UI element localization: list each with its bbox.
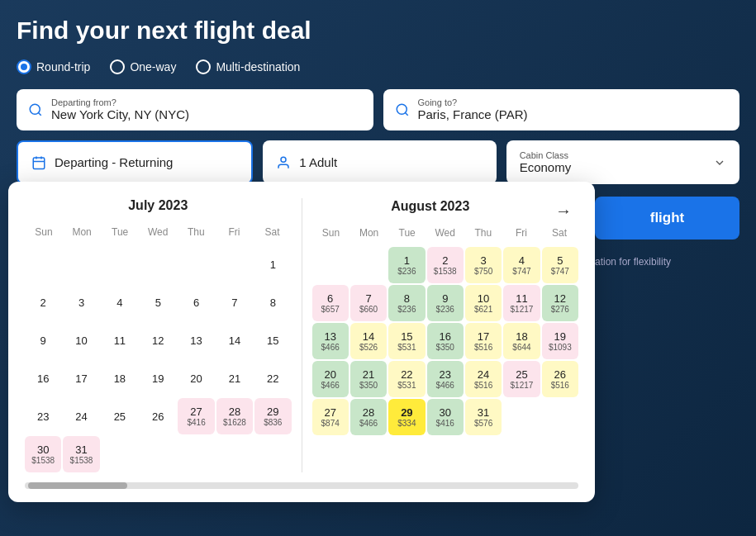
calendar-scrollbar[interactable] [25, 482, 578, 489]
left-day-26[interactable]: 26 [140, 398, 176, 434]
cabin-class-box[interactable]: Cabin Class Economy [506, 140, 739, 184]
right-day-28[interactable]: 28$466 [350, 399, 387, 435]
left-day-13[interactable]: 13 [178, 322, 214, 358]
left-day-12[interactable]: 12 [140, 322, 176, 358]
empty-cell-r [312, 247, 349, 283]
next-month-button[interactable]: → [549, 198, 578, 224]
right-day-8[interactable]: 8$236 [388, 285, 425, 321]
day-header-wed-l: Wed [139, 223, 177, 241]
right-day-16[interactable]: 16$350 [427, 323, 464, 359]
left-day-7[interactable]: 7 [216, 284, 253, 320]
left-month-title: July 2023 [25, 198, 292, 213]
empty-cell-r [350, 247, 387, 283]
left-day-14[interactable]: 14 [216, 322, 253, 358]
right-day-21[interactable]: 21$350 [350, 361, 387, 397]
right-panel: flight ation for flexibility [595, 197, 739, 268]
right-day-19[interactable]: 19$1093 [542, 323, 578, 359]
left-day-16[interactable]: 16 [25, 360, 61, 396]
right-day-11[interactable]: 11$1217 [503, 285, 540, 321]
right-day-2[interactable]: 2$1538 [427, 247, 464, 283]
right-day-13[interactable]: 13$466 [312, 323, 349, 359]
svg-point-8 [281, 157, 286, 162]
calendar-right-month: August 2023 → Sun Mon Tue Wed Thu Fri Sa… [312, 198, 579, 472]
right-day-26[interactable]: 26$516 [542, 361, 578, 397]
left-day-29[interactable]: 29$836 [254, 398, 291, 434]
multi-label: Multi-destination [216, 60, 300, 74]
date-picker-box[interactable]: Departing - Returning [17, 140, 253, 184]
right-day-30[interactable]: 30$416 [427, 399, 464, 435]
left-day-15[interactable]: 15 [254, 322, 291, 358]
right-day-15[interactable]: 15$531 [388, 323, 425, 359]
left-day-18[interactable]: 18 [102, 360, 138, 396]
right-day-27[interactable]: 27$874 [312, 399, 349, 435]
right-day-24[interactable]: 24$516 [465, 361, 502, 397]
left-day-19[interactable]: 19 [140, 360, 176, 396]
going-label: Going to? [418, 97, 575, 107]
radio-multi[interactable] [196, 59, 211, 74]
person-icon [276, 155, 291, 170]
left-day-3[interactable]: 3 [63, 284, 99, 320]
scrollbar-thumb[interactable] [28, 482, 127, 489]
day-header-mon-r: Mon [350, 224, 388, 242]
trip-type-one-way[interactable]: One-way [110, 59, 176, 74]
search-icon-departing [28, 102, 43, 117]
left-day-31[interactable]: 31$1538 [63, 436, 99, 472]
left-day-1[interactable]: 1 [254, 246, 291, 282]
left-day-11[interactable]: 11 [102, 322, 138, 358]
empty-cell [102, 246, 138, 282]
right-day-25[interactable]: 25$1217 [503, 361, 540, 397]
empty-cell [140, 246, 176, 282]
left-day-25[interactable]: 25 [102, 398, 138, 434]
day-header-fri-l: Fri [215, 223, 253, 241]
trip-type-multi[interactable]: Multi-destination [196, 59, 300, 74]
left-day-21[interactable]: 21 [216, 360, 253, 396]
one-way-label: One-way [130, 60, 176, 74]
calendar-divider [302, 198, 302, 472]
search-flights-button[interactable]: flight [595, 197, 739, 240]
left-day-9[interactable]: 9 [25, 322, 61, 358]
right-day-10[interactable]: 10$621 [465, 285, 502, 321]
right-day-29[interactable]: 29$334 [388, 399, 425, 435]
right-day-6[interactable]: 6$657 [312, 285, 349, 321]
left-day-20[interactable]: 20 [178, 360, 214, 396]
right-day-7[interactable]: 7$660 [350, 285, 387, 321]
left-day-2[interactable]: 2 [25, 284, 61, 320]
right-day-18[interactable]: 18$644 [503, 323, 540, 359]
departing-input[interactable] [51, 107, 208, 121]
right-day-31[interactable]: 31$576 [465, 399, 502, 435]
left-day-27[interactable]: 27$416 [178, 398, 214, 434]
going-to-box[interactable]: Going to? [383, 89, 740, 130]
search-icon-going [395, 102, 410, 117]
calendar-icon [31, 155, 46, 170]
day-header-thu-r: Thu [464, 224, 502, 242]
radio-round-trip[interactable] [17, 59, 31, 74]
left-day-23[interactable]: 23 [25, 398, 61, 434]
radio-one-way[interactable] [110, 59, 125, 74]
left-day-24[interactable]: 24 [63, 398, 99, 434]
right-day-1[interactable]: 1$236 [388, 247, 425, 283]
left-day-30[interactable]: 30$1538 [25, 436, 61, 472]
right-day-20[interactable]: 20$466 [312, 361, 349, 397]
left-day-8[interactable]: 8 [254, 284, 291, 320]
going-input[interactable] [418, 107, 575, 121]
departing-box[interactable]: Departing from? [17, 89, 373, 130]
right-day-17[interactable]: 17$516 [465, 323, 502, 359]
right-day-9[interactable]: 9$236 [427, 285, 464, 321]
right-day-23[interactable]: 23$466 [427, 361, 464, 397]
left-day-6[interactable]: 6 [178, 284, 214, 320]
right-day-22[interactable]: 22$531 [388, 361, 425, 397]
left-day-4[interactable]: 4 [102, 284, 138, 320]
right-day-14[interactable]: 14$526 [350, 323, 387, 359]
right-day-5[interactable]: 5$747 [542, 247, 578, 283]
left-day-5[interactable]: 5 [140, 284, 176, 320]
passenger-box[interactable]: 1 Adult [263, 140, 496, 184]
right-day-3[interactable]: 3$750 [465, 247, 502, 283]
right-day-4[interactable]: 4$747 [503, 247, 540, 283]
left-day-22[interactable]: 22 [254, 360, 291, 396]
day-header-sun-r: Sun [312, 224, 350, 242]
left-day-17[interactable]: 17 [63, 360, 99, 396]
trip-type-round-trip[interactable]: Round-trip [17, 59, 90, 74]
left-day-10[interactable]: 10 [63, 322, 99, 358]
right-day-12[interactable]: 12$276 [542, 285, 578, 321]
left-day-28[interactable]: 28$1628 [216, 398, 253, 434]
